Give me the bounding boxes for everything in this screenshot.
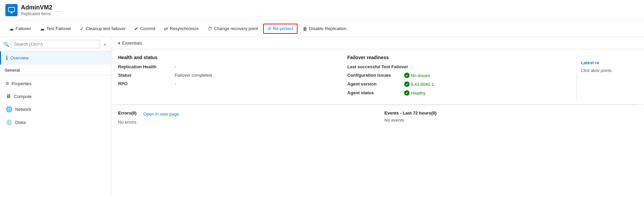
- errors-value: No errors: [118, 120, 371, 125]
- failover-row: Last successful Test Failover-: [347, 64, 563, 69]
- health-row: Replication Health-: [118, 64, 334, 69]
- open-in-new-page-button[interactable]: Open in new page: [143, 112, 179, 117]
- more-options-button[interactable]: ...: [56, 7, 62, 13]
- failover-row: Configuration issuesNo issues: [347, 73, 563, 78]
- network-icon: 🌐: [6, 106, 12, 113]
- failover-row: Agent version9.43.6040.1: [347, 81, 563, 87]
- properties-icon: ≡: [6, 80, 9, 87]
- main-content: ▾ Essentials Health and status Replicati…: [111, 37, 644, 197]
- failover-label: Agent status: [347, 90, 401, 95]
- commit-label: Commit: [140, 26, 155, 31]
- failover-label: Failover: [16, 26, 31, 31]
- sidebar-item-disks[interactable]: 💿Disks: [0, 116, 111, 129]
- badge-ok: No issues: [404, 73, 430, 78]
- disks-icon: 💿: [6, 119, 12, 126]
- collapse-sidebar-button[interactable]: «: [102, 41, 108, 48]
- health-rows: Replication Health-StatusFailover comple…: [118, 64, 334, 86]
- failover-label: Last successful Test Failover: [347, 64, 408, 69]
- badge-ok: 9.43.6040.1: [404, 81, 434, 87]
- events-value: No events: [385, 118, 638, 123]
- health-status-title: Health and status: [118, 55, 334, 60]
- failover-label: Agent version: [347, 81, 401, 87]
- main-layout: 🔍 « ℹOverviewGeneral≡Properties🖥Compute🌐…: [0, 37, 644, 197]
- health-label: RPO: [118, 81, 172, 86]
- page-subtitle: Replicated items: [21, 11, 52, 16]
- change-recovery-point-button[interactable]: ⏱Change recovery point: [204, 24, 262, 33]
- test-failover-icon: ☁: [40, 26, 45, 31]
- failover-value: -: [411, 64, 412, 69]
- events-col: Events - Last 72 hours(0) No events: [385, 110, 638, 125]
- sidebar-item-network[interactable]: 🌐Network: [0, 103, 111, 116]
- search-input[interactable]: [11, 40, 100, 48]
- change-recovery-point-label: Change recovery point: [214, 26, 258, 31]
- re-protect-icon: ↺: [267, 26, 271, 31]
- page-title: AdminVM2: [21, 4, 52, 11]
- essentials-label: Essentials: [122, 41, 142, 46]
- page-header: AdminVM2 Replicated items ...: [0, 0, 644, 20]
- cleanup-test-failover-label: Cleanup test failover: [86, 26, 126, 31]
- toolbar: ☁Failover☁Test Failover✓Cleanup test fai…: [0, 20, 644, 37]
- health-status-col: Health and status Replication Health-Sta…: [118, 55, 334, 99]
- test-failover-button[interactable]: ☁Test Failover: [36, 24, 75, 33]
- commit-button[interactable]: ✔Commit: [131, 24, 159, 33]
- svg-rect-0: [8, 7, 15, 11]
- failover-icon: ☁: [9, 26, 14, 31]
- right-panel: Latest re Click abov points.: [577, 55, 637, 99]
- health-value: Failover completed: [175, 73, 212, 78]
- disable-replication-icon: 🗑: [303, 26, 307, 31]
- re-protect-label: Re-protect: [273, 26, 293, 31]
- monitor-icon: [8, 6, 15, 14]
- test-failover-label: Test Failover: [46, 26, 71, 31]
- sidebar: 🔍 « ℹOverviewGeneral≡Properties🖥Compute🌐…: [0, 37, 111, 197]
- sidebar-item-label-network: Network: [15, 107, 31, 112]
- right-panel-title: Latest re: [581, 60, 633, 65]
- overview-icon: ℹ: [6, 55, 8, 61]
- failover-readiness-col: Failover readiness Last successful Test …: [347, 55, 563, 99]
- health-value: -: [175, 64, 176, 69]
- failover-button[interactable]: ☁Failover: [5, 24, 35, 33]
- sidebar-item-overview[interactable]: ℹOverview: [0, 51, 111, 65]
- health-row: StatusFailover completed: [118, 73, 334, 78]
- essentials-toggle[interactable]: ▾ Essentials: [111, 37, 644, 49]
- failover-readiness-title: Failover readiness: [347, 55, 563, 60]
- sidebar-nav: ℹOverviewGeneral≡Properties🖥Compute🌐Netw…: [0, 51, 111, 129]
- sidebar-item-label-properties: Properties: [11, 81, 31, 86]
- chevron-down-icon: ▾: [118, 41, 120, 46]
- health-label: Status: [118, 73, 172, 78]
- bottom-section: Errors(0) Open in new page No errors Eve…: [111, 105, 644, 130]
- change-recovery-point-icon: ⏱: [207, 26, 212, 31]
- disable-replication-label: Disable Replication: [309, 26, 346, 31]
- health-row: RPO-: [118, 81, 334, 86]
- badge-ok: Healthy: [404, 90, 426, 96]
- sidebar-item-label-disks: Disks: [15, 120, 26, 125]
- essentials-body: Health and status Replication Health-Sta…: [111, 49, 644, 105]
- health-label: Replication Health: [118, 64, 172, 69]
- events-title: Events - Last 72 hours(0): [385, 110, 638, 116]
- resynchronize-icon: ⇄: [164, 26, 168, 31]
- sidebar-item-compute[interactable]: 🖥Compute: [0, 90, 111, 103]
- errors-col: Errors(0) Open in new page No errors: [118, 110, 371, 125]
- right-panel-text: Click abov points.: [581, 68, 633, 74]
- errors-title: Errors(0): [118, 110, 137, 116]
- failover-row: Agent statusHealthy: [347, 90, 563, 96]
- nav-divider: [0, 75, 111, 76]
- sidebar-item-label-overview: Overview: [10, 55, 29, 60]
- resynchronize-label: Resynchronize: [170, 26, 199, 31]
- commit-icon: ✔: [134, 26, 138, 31]
- resynchronize-button[interactable]: ⇄Resynchronize: [160, 24, 202, 33]
- search-icon: 🔍: [3, 42, 9, 47]
- cleanup-test-failover-button[interactable]: ✓Cleanup test failover: [76, 24, 130, 33]
- health-value: -: [175, 81, 176, 86]
- re-protect-button[interactable]: ↺Re-protect: [263, 24, 298, 34]
- sidebar-item-label-compute: Compute: [14, 94, 32, 99]
- failover-label: Configuration issues: [347, 73, 401, 78]
- disable-replication-button[interactable]: 🗑Disable Replication: [299, 24, 350, 33]
- failover-rows: Last successful Test Failover-Configurat…: [347, 64, 563, 96]
- compute-icon: 🖥: [6, 93, 11, 99]
- cleanup-test-failover-icon: ✓: [80, 26, 84, 31]
- sidebar-item-properties[interactable]: ≡Properties: [0, 77, 111, 90]
- app-icon: [5, 4, 18, 16]
- sidebar-section-general-label: General: [0, 65, 111, 74]
- search-bar: 🔍 «: [0, 37, 111, 51]
- header-text: AdminVM2 Replicated items: [21, 4, 52, 16]
